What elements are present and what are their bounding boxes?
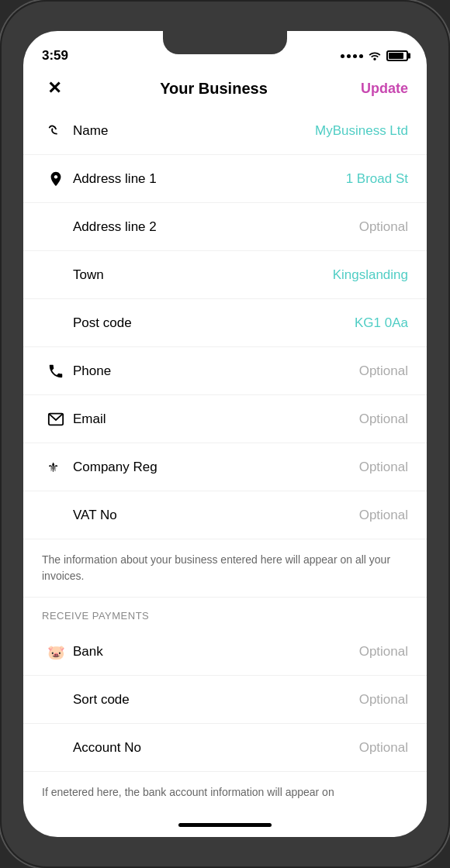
- name-label: Name: [70, 123, 315, 139]
- phone-frame: 3:59 ✕ Your Bu: [0, 0, 450, 868]
- sort-code-value: Optional: [359, 692, 408, 708]
- bank-label: Bank: [70, 644, 359, 660]
- phone-label: Phone: [70, 363, 359, 379]
- signal-icon: [341, 54, 363, 58]
- phone-icon: [42, 363, 70, 380]
- status-icons: [341, 50, 408, 63]
- account-no-row[interactable]: Account No Optional: [23, 724, 427, 772]
- email-value: Optional: [359, 412, 408, 427]
- account-no-label: Account No: [42, 740, 359, 756]
- address2-row[interactable]: Address line 2 Optional: [23, 203, 427, 251]
- crest-icon: ⚜: [42, 459, 70, 476]
- info-text: The information about your business ente…: [23, 539, 427, 598]
- address2-value: Optional: [359, 219, 408, 235]
- bottom-info-text: If enetered here, the bank account infor…: [23, 772, 427, 812]
- home-bar: [178, 823, 272, 827]
- page-title: Your Business: [160, 80, 268, 98]
- battery-icon: [386, 50, 408, 61]
- close-button[interactable]: ✕: [42, 76, 67, 101]
- wifi-icon: [368, 50, 382, 63]
- email-row[interactable]: Email Optional: [23, 395, 427, 443]
- bank-row[interactable]: 🐷 Bank Optional: [23, 628, 427, 676]
- town-value: Kingslanding: [333, 267, 408, 283]
- receive-payments-header: Receive payments: [23, 598, 427, 628]
- town-label: Town: [42, 267, 333, 283]
- notch: [163, 31, 287, 54]
- bank-value: Optional: [359, 644, 408, 660]
- nav-bar: ✕ Your Business Update: [23, 70, 427, 107]
- company-reg-value: Optional: [359, 460, 408, 475]
- sort-code-label: Sort code: [42, 692, 359, 708]
- vat-value: Optional: [359, 508, 408, 523]
- name-value: MyBusiness Ltd: [315, 123, 408, 139]
- location-icon: [42, 170, 70, 188]
- name-row[interactable]: Name MyBusiness Ltd: [23, 107, 427, 155]
- postcode-row[interactable]: Post code KG1 0Aa: [23, 299, 427, 347]
- vat-row[interactable]: VAT No Optional: [23, 491, 427, 539]
- town-row[interactable]: Town Kingslanding: [23, 251, 427, 299]
- phone-screen: 3:59 ✕ Your Bu: [23, 31, 427, 837]
- email-label: Email: [70, 412, 359, 427]
- phone-row[interactable]: Phone Optional: [23, 347, 427, 395]
- sort-code-row[interactable]: Sort code Optional: [23, 676, 427, 724]
- address1-label: Address line 1: [70, 171, 346, 187]
- vat-label: VAT No: [42, 508, 359, 523]
- company-reg-label: Company Reg: [70, 460, 359, 475]
- bank-icon: 🐷: [42, 643, 70, 660]
- svg-text:🐷: 🐷: [47, 644, 64, 660]
- postcode-value: KG1 0Aa: [355, 315, 408, 331]
- status-time: 3:59: [42, 48, 68, 64]
- address2-label: Address line 2: [42, 219, 359, 235]
- phone-value: Optional: [359, 363, 408, 379]
- address1-row[interactable]: Address line 1 1 Broad St: [23, 155, 427, 203]
- postcode-label: Post code: [42, 315, 355, 331]
- email-icon: [42, 411, 70, 428]
- update-button[interactable]: Update: [361, 81, 408, 97]
- company-reg-row[interactable]: ⚜ Company Reg Optional: [23, 443, 427, 491]
- content-area: Name MyBusiness Ltd Address line 1 1 Bro…: [23, 107, 427, 812]
- home-indicator: [23, 812, 427, 837]
- address1-value: 1 Broad St: [346, 171, 408, 187]
- account-no-value: Optional: [359, 740, 408, 756]
- name-icon: [42, 122, 70, 140]
- svg-text:⚜: ⚜: [47, 460, 59, 474]
